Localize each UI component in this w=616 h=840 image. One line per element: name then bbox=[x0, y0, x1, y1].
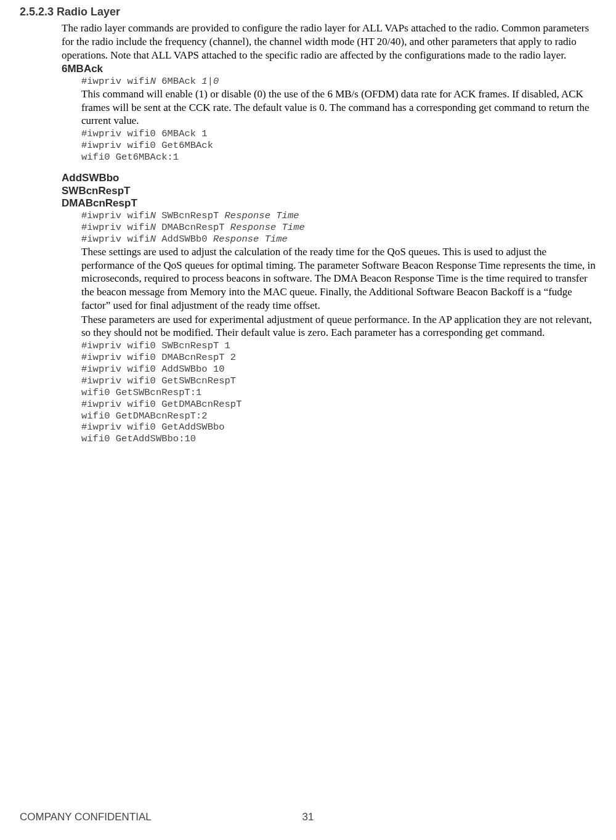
command-desc-bcnresp-1: These settings are used to adjust the ca… bbox=[81, 245, 596, 312]
section-intro: The radio layer commands are provided to… bbox=[62, 22, 596, 62]
code-var: Response Time bbox=[213, 234, 288, 245]
code-text: #iwpriv wifi bbox=[81, 76, 150, 87]
command-example-bcnresp: #iwpriv wifi0 SWBcnRespT 1 #iwpriv wifi0… bbox=[81, 340, 596, 445]
code-var: N bbox=[150, 234, 156, 245]
code-var: Response Time bbox=[225, 210, 299, 221]
command-heading-dmabcnrespt: DMABcnRespT bbox=[62, 197, 596, 210]
code-text: SWBcnRespT bbox=[156, 210, 225, 221]
command-syntax-swbcnrespt: #iwpriv wifiN SWBcnRespT Response Time bbox=[81, 210, 596, 222]
section-number: 2.5.2.3 bbox=[20, 6, 54, 18]
command-syntax-addswbb0: #iwpriv wifiN AddSWBb0 Response Time bbox=[81, 234, 596, 245]
code-var: Response Time bbox=[230, 222, 305, 233]
page-footer: COMPANY CONFIDENTIAL 31 bbox=[20, 810, 596, 824]
code-text: 6MBAck bbox=[156, 76, 201, 87]
footer-page-number: 31 bbox=[302, 810, 314, 824]
code-var: N bbox=[150, 210, 156, 221]
code-text: #iwpriv wifi bbox=[81, 222, 150, 233]
code-text: #iwpriv wifi bbox=[81, 234, 150, 245]
command-heading-swbcnrespt: SWBcnRespT bbox=[62, 185, 596, 198]
code-var: 1|0 bbox=[201, 76, 219, 87]
command-desc-6mback: This command will enable (1) or disable … bbox=[81, 88, 596, 128]
command-desc-bcnresp-2: These parameters are used for experiment… bbox=[81, 313, 596, 340]
code-text: DMABcnRespT bbox=[156, 222, 230, 233]
code-var: N bbox=[150, 222, 156, 233]
code-text: #iwpriv wifi bbox=[81, 210, 150, 221]
command-example-6mback: #iwpriv wifi0 6MBAck 1 #iwpriv wifi0 Get… bbox=[81, 128, 596, 163]
code-text: AddSWBb0 bbox=[156, 234, 213, 245]
command-syntax-6mback: #iwpriv wifiN 6MBAck 1|0 bbox=[81, 76, 596, 88]
command-heading-6mback: 6MBAck bbox=[62, 63, 596, 76]
footer-confidential: COMPANY CONFIDENTIAL bbox=[20, 811, 152, 823]
section-heading: 2.5.2.3 Radio Layer bbox=[20, 5, 596, 19]
code-var: N bbox=[150, 76, 156, 87]
command-heading-addswbbo: AddSWBbo bbox=[62, 172, 596, 185]
section-title: Radio Layer bbox=[57, 6, 120, 18]
command-syntax-dmabcnrespt: #iwpriv wifiN DMABcnRespT Response Time bbox=[81, 222, 596, 234]
